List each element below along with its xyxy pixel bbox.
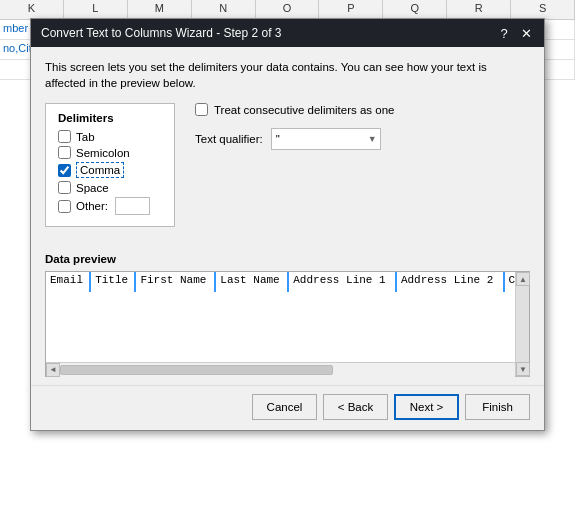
preview-data-email xyxy=(46,288,90,292)
dialog-body: This screen lets you set the delimiters … xyxy=(31,47,544,253)
col-l: L xyxy=(64,0,128,19)
other-checkbox[interactable] xyxy=(58,200,71,213)
options-side: Treat consecutive delimiters as one Text… xyxy=(195,103,530,227)
preview-data-addr2 xyxy=(396,288,504,292)
semicolon-checkbox[interactable] xyxy=(58,146,71,159)
scroll-thumb xyxy=(516,286,529,362)
col-k: K xyxy=(0,0,64,19)
preview-inner: Email Title First Name Last Name Address… xyxy=(46,272,529,362)
hscroll-track xyxy=(60,363,515,377)
preview-data-lastname xyxy=(215,288,288,292)
space-label[interactable]: Space xyxy=(76,182,109,194)
finish-button[interactable]: Finish xyxy=(465,394,530,420)
consecutive-row: Treat consecutive delimiters as one xyxy=(195,103,530,116)
preview-header-row: Email Title First Name Last Name Address… xyxy=(46,272,528,288)
preview-label: Data preview xyxy=(45,253,530,265)
tab-label[interactable]: Tab xyxy=(76,131,95,143)
col-r: R xyxy=(447,0,511,19)
preview-col-addr1: Address Line 1 xyxy=(288,272,396,288)
comma-checkbox[interactable] xyxy=(58,164,71,177)
scroll-down-arrow[interactable]: ▼ xyxy=(516,362,530,376)
qualifier-label: Text qualifier: xyxy=(195,133,263,145)
col-m: M xyxy=(128,0,192,19)
semicolon-checkbox-row: Semicolon xyxy=(58,146,162,159)
delimiters-section: Delimiters Tab Semicolon Comma Space xyxy=(45,103,530,227)
preview-col-firstname: First Name xyxy=(135,272,215,288)
close-button[interactable]: ✕ xyxy=(518,25,534,41)
preview-col-email: Email xyxy=(46,272,90,288)
comma-label[interactable]: Comma xyxy=(76,162,124,178)
dialog-title: Convert Text to Columns Wizard - Step 2 … xyxy=(41,26,282,40)
preview-section: Data preview Email Title First Name Last… xyxy=(31,253,544,385)
next-button[interactable]: Next > xyxy=(394,394,459,420)
titlebar-controls: ? ✕ xyxy=(496,25,534,41)
preview-data-addr1 xyxy=(288,288,396,292)
space-checkbox[interactable] xyxy=(58,181,71,194)
horizontal-scrollbar[interactable]: ◄ ► xyxy=(46,362,529,376)
scroll-left-arrow[interactable]: ◄ xyxy=(46,363,60,377)
other-label[interactable]: Other: xyxy=(76,200,108,212)
vertical-scrollbar[interactable]: ▲ ▼ xyxy=(515,272,529,376)
column-headers: K L M N O P Q R S xyxy=(0,0,575,20)
delimiters-label: Delimiters xyxy=(58,112,162,124)
dialog-titlebar: Convert Text to Columns Wizard - Step 2 … xyxy=(31,19,544,47)
consecutive-label[interactable]: Treat consecutive delimiters as one xyxy=(214,104,394,116)
qualifier-row: Text qualifier: " ' {none} xyxy=(195,128,530,150)
comma-checkbox-row: Comma xyxy=(58,162,162,178)
preview-col-lastname: Last Name xyxy=(215,272,288,288)
col-o: O xyxy=(256,0,320,19)
dialog-footer: Cancel < Back Next > Finish xyxy=(31,385,544,430)
tab-checkbox[interactable] xyxy=(58,130,71,143)
consecutive-checkbox[interactable] xyxy=(195,103,208,116)
preview-table: Email Title First Name Last Name Address… xyxy=(46,272,529,292)
qualifier-select-wrapper: " ' {none} xyxy=(271,128,381,150)
other-checkbox-row: Other: xyxy=(58,197,162,215)
preview-data-title xyxy=(90,288,135,292)
help-button[interactable]: ? xyxy=(496,25,512,41)
delimiters-box: Delimiters Tab Semicolon Comma Space xyxy=(45,103,175,227)
other-text-input[interactable] xyxy=(115,197,150,215)
back-button[interactable]: < Back xyxy=(323,394,388,420)
convert-text-wizard-dialog: Convert Text to Columns Wizard - Step 2 … xyxy=(30,18,545,431)
preview-data-row-1 xyxy=(46,288,528,292)
preview-table-area: Email Title First Name Last Name Address… xyxy=(46,272,529,362)
preview-col-title: Title xyxy=(90,272,135,288)
hscroll-thumb xyxy=(60,365,333,375)
qualifier-select[interactable]: " ' {none} xyxy=(271,128,381,150)
preview-container: Email Title First Name Last Name Address… xyxy=(45,271,530,377)
space-checkbox-row: Space xyxy=(58,181,162,194)
col-q: Q xyxy=(383,0,447,19)
preview-data-firstname xyxy=(135,288,215,292)
scroll-up-arrow[interactable]: ▲ xyxy=(516,272,530,286)
instruction-text: This screen lets you set the delimiters … xyxy=(45,59,530,91)
cancel-button[interactable]: Cancel xyxy=(252,394,317,420)
tab-checkbox-row: Tab xyxy=(58,130,162,143)
semicolon-label[interactable]: Semicolon xyxy=(76,147,130,159)
col-p: P xyxy=(319,0,383,19)
col-s: S xyxy=(511,0,575,19)
col-n: N xyxy=(192,0,256,19)
preview-col-addr2: Address Line 2 xyxy=(396,272,504,288)
